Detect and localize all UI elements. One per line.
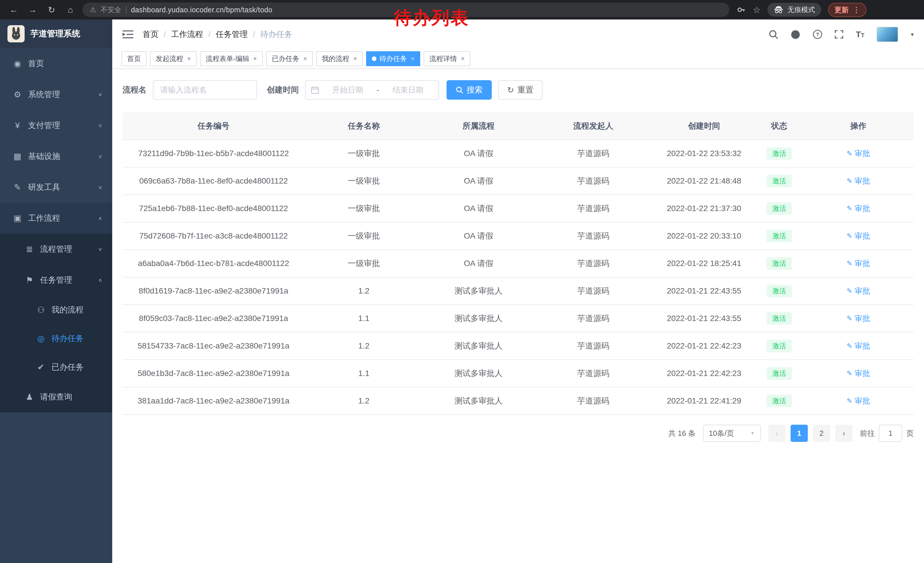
- approve-link[interactable]: ✎ 审批: [846, 313, 870, 324]
- user-avatar[interactable]: [876, 27, 898, 42]
- font-size-icon[interactable]: TT: [856, 30, 864, 39]
- tab-done-tasks[interactable]: 已办任务 ×: [266, 51, 313, 66]
- approve-link[interactable]: ✎ 审批: [846, 231, 870, 241]
- goto-page-input[interactable]: [879, 425, 902, 442]
- search-icon[interactable]: [769, 30, 778, 39]
- browser-menu-icon[interactable]: ⋮: [853, 6, 860, 14]
- cell-task-name: 1.1: [304, 360, 423, 387]
- tab-start-process[interactable]: 发起流程 ×: [150, 51, 196, 66]
- bookmark-star-icon[interactable]: ☆: [753, 5, 760, 15]
- page-url: dashboard.yudao.iocoder.cn/bpm/task/todo: [131, 6, 273, 14]
- help-icon[interactable]: ?: [813, 30, 822, 39]
- status-badge: 激活: [766, 257, 792, 270]
- chevron-icon: ∨: [98, 92, 102, 98]
- sidebar-item-done-tasks[interactable]: ✔ 已办任务: [0, 353, 112, 381]
- sidebar-item-home[interactable]: ◉ 首页: [0, 48, 112, 79]
- tab-todo-tasks[interactable]: 待办任务 ×: [366, 51, 420, 66]
- close-icon[interactable]: ×: [187, 55, 191, 62]
- incognito-badge[interactable]: 无痕模式: [767, 3, 821, 17]
- approve-link[interactable]: ✎ 审批: [846, 396, 870, 406]
- sidebar-item-my-process[interactable]: ⚇ 我的流程: [0, 296, 112, 324]
- back-icon[interactable]: ←: [7, 3, 21, 17]
- status-badge: 激活: [766, 147, 792, 160]
- home-icon[interactable]: ⌂: [63, 3, 77, 17]
- approve-link[interactable]: ✎ 审批: [846, 341, 870, 351]
- header-actions: ? TT ▾: [769, 27, 914, 42]
- sidebar-item-label: 流程管理: [40, 244, 72, 255]
- app-header: 首页 / 工作流程 / 任务管理 / 待办任务: [112, 20, 924, 49]
- cell-actions: ✎ 审批: [803, 222, 914, 250]
- sidebar-item-dev-tools[interactable]: ✎ 研发工具 ∨: [0, 172, 112, 203]
- sidebar-item-infrastructure[interactable]: ▦ 基础设施 ∨: [0, 141, 112, 172]
- page-number-button[interactable]: 2: [813, 425, 830, 442]
- cell-initiator: 芋道源码: [534, 387, 652, 415]
- update-label: 更新: [834, 5, 849, 15]
- tab-form-edit[interactable]: 流程表单-编辑 ×: [200, 51, 263, 66]
- yen-icon: ¥: [12, 121, 23, 130]
- table-row: 8f059c03-7ac8-11ec-a9e2-a2380e71991a 1.1…: [123, 305, 914, 332]
- approve-link[interactable]: ✎ 审批: [846, 176, 870, 186]
- tab-my-process[interactable]: 我的流程 ×: [316, 51, 363, 66]
- sidebar-collapse-icon[interactable]: [123, 30, 134, 39]
- page-number-button[interactable]: 1: [790, 425, 808, 442]
- edit-icon: ✎: [846, 204, 852, 213]
- approve-link[interactable]: ✎ 审批: [846, 258, 870, 269]
- breadcrumb-item[interactable]: 首页 /: [142, 29, 171, 40]
- cell-task-name: 1.2: [304, 332, 423, 360]
- cell-process: OA 请假: [423, 140, 534, 167]
- approve-label: 审批: [855, 286, 870, 296]
- date-range-picker[interactable]: 开始日期 - 结束日期: [305, 80, 439, 100]
- approve-link[interactable]: ✎ 审批: [846, 203, 870, 214]
- cell-initiator: 芋道源码: [534, 222, 652, 250]
- search-button[interactable]: 搜索: [447, 80, 492, 100]
- fullscreen-icon[interactable]: [834, 30, 844, 39]
- process-name-input[interactable]: [153, 80, 257, 100]
- approve-link[interactable]: ✎ 审批: [846, 148, 870, 159]
- sidebar-item-leave-query[interactable]: ♟ 请假查询: [0, 381, 112, 412]
- cell-initiator: 芋道源码: [534, 277, 652, 305]
- cell-actions: ✎ 审批: [803, 167, 914, 195]
- breadcrumb-item[interactable]: 待办任务: [260, 29, 292, 40]
- close-icon[interactable]: ×: [254, 55, 257, 62]
- github-icon[interactable]: [790, 29, 801, 39]
- cell-initiator: 芋道源码: [534, 250, 652, 277]
- breadcrumb-item[interactable]: 工作流程 /: [171, 29, 216, 40]
- page-size-select[interactable]: 10条/页 ▼: [703, 425, 761, 442]
- sidebar-item-label: 任务管理: [40, 275, 72, 285]
- sidebar-item-label: 待办任务: [51, 333, 84, 344]
- breadcrumb-label: 首页: [142, 29, 159, 40]
- cell-status: 激活: [755, 360, 803, 387]
- app-title: 芋道管理系统: [30, 28, 80, 39]
- range-separator: -: [377, 86, 379, 95]
- close-icon[interactable]: ×: [461, 55, 465, 62]
- tab-home[interactable]: 首页: [122, 51, 147, 66]
- avatar-caret-icon[interactable]: ▾: [911, 31, 914, 38]
- tab-process-detail[interactable]: 流程详情 ×: [424, 51, 470, 66]
- close-icon[interactable]: ×: [303, 55, 307, 62]
- cell-task-id: 75d72608-7b7f-11ec-a3c8-acde48001122: [123, 222, 304, 250]
- sidebar-item-system-mgmt[interactable]: ⚙ 系统管理 ∨: [0, 79, 112, 110]
- sidebar-item-todo-tasks[interactable]: ◎ 待办任务: [0, 324, 112, 353]
- sidebar-item-task-mgmt[interactable]: ⚑ 任务管理 ∧: [0, 264, 112, 296]
- breadcrumb-item[interactable]: 任务管理 /: [216, 29, 261, 40]
- reset-button[interactable]: ↻ 重置: [498, 80, 542, 100]
- key-icon[interactable]: [737, 5, 746, 14]
- cell-process: 测试多审批人: [423, 332, 534, 360]
- cell-task-name: 一级审批: [304, 167, 423, 195]
- reload-icon[interactable]: ↻: [45, 3, 58, 17]
- close-icon[interactable]: ×: [354, 55, 357, 62]
- cell-task-name: 一级审批: [304, 195, 423, 222]
- next-page-button[interactable]: ›: [835, 425, 852, 442]
- approve-link[interactable]: ✎ 审批: [846, 286, 870, 296]
- approve-link[interactable]: ✎ 审批: [846, 368, 870, 378]
- prev-page-button[interactable]: ‹: [768, 425, 786, 442]
- update-button[interactable]: 更新 ⋮: [828, 3, 867, 17]
- edit-icon: ✎: [846, 150, 852, 158]
- close-icon[interactable]: ×: [411, 55, 414, 62]
- sidebar-item-process-mgmt[interactable]: ≣ 流程管理 ∨: [0, 234, 112, 264]
- forward-icon[interactable]: →: [26, 3, 39, 17]
- sidebar-item-payment-mgmt[interactable]: ¥ 支付管理 ∨: [0, 110, 112, 141]
- check-icon: ✔: [36, 362, 46, 372]
- sidebar-item-workflow[interactable]: ▣ 工作流程 ∧: [0, 203, 112, 234]
- column-header: 所属流程: [423, 112, 534, 140]
